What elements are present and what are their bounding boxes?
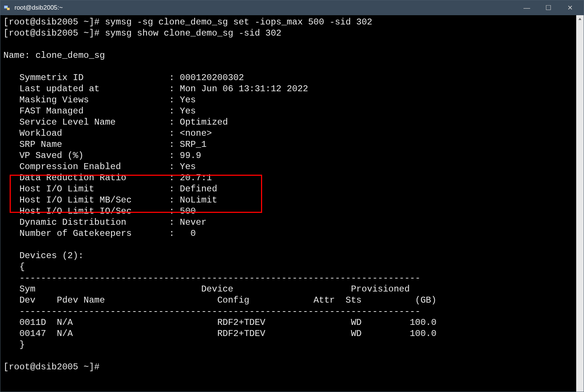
attr-label: SRP Name — [19, 139, 62, 149]
attr-label: FAST Managed — [19, 106, 84, 116]
attr-value: 99.9 — [180, 151, 201, 161]
command-text: symsg -sg clone_demo_sg set -iops_max 50… — [105, 17, 372, 27]
attr-value: NoLimit — [180, 195, 217, 205]
prompt: [root@dsib2005 ~]# — [3, 17, 99, 27]
table-header: Config — [217, 295, 249, 305]
separator-line: ----------------------------------------… — [19, 273, 420, 283]
attr-label: Host I/O Limit — [19, 184, 94, 194]
attr-label: Dynamic Distribution — [19, 217, 126, 227]
output-value: clone_demo_sg — [35, 50, 105, 60]
putty-icon — [3, 4, 11, 11]
attr-value: Never — [180, 217, 206, 227]
vertical-scrollbar[interactable] — [576, 15, 584, 392]
scroll-up-arrow-icon[interactable] — [577, 16, 583, 22]
attr-value: Yes — [180, 95, 196, 105]
maximize-button[interactable]: ☐ — [538, 0, 559, 15]
table-row: 00147 — [19, 329, 46, 339]
attr-label: Masking Views — [19, 95, 89, 105]
brace: } — [19, 340, 25, 350]
attr-value: Mon Jun 06 13:31:12 2022 — [180, 84, 308, 94]
cell-pdev: N/A — [57, 317, 73, 327]
table-header: Attr — [313, 295, 335, 305]
attr-value: SRP_1 — [180, 139, 206, 149]
cell-sts: WD — [351, 317, 362, 327]
attr-value: Yes — [180, 162, 196, 172]
attr-label: Host I/O Limit IO/Sec — [19, 206, 131, 216]
attr-label: Symmetrix ID — [19, 73, 84, 83]
cell-config: RDF2+TDEV — [217, 329, 265, 339]
attr-value: 000120200302 — [180, 73, 244, 83]
brace: { — [19, 262, 25, 272]
table-header: Pdev Name — [57, 295, 105, 305]
table-row: 0011D — [19, 317, 46, 327]
attr-label: Last updated at — [19, 84, 99, 94]
terminal-area: [root@dsib2005 ~]# symsg -sg clone_demo_… — [0, 15, 584, 392]
attr-value: 20.7:1 — [180, 173, 212, 183]
attr-label: Compression Enabled — [19, 162, 121, 172]
window-controls: — ☐ ✕ — [516, 0, 581, 15]
attr-value: Defined — [180, 184, 217, 194]
table-header: Sym — [19, 284, 35, 294]
table-header: Dev — [19, 295, 35, 305]
cell-pdev: N/A — [57, 329, 73, 339]
output-label: Name: — [3, 50, 30, 60]
window-title: root@dsib2005:~ — [14, 4, 516, 11]
cell-gb: 100.0 — [410, 317, 437, 327]
table-header: Sts — [346, 295, 362, 305]
attr-label: Data Reduction Ratio — [19, 173, 126, 183]
title-bar[interactable]: root@dsib2005:~ — ☐ ✕ — [0, 0, 584, 15]
cell-config: RDF2+TDEV — [217, 317, 265, 327]
attr-label: VP Saved (%) — [19, 151, 84, 161]
terminal-window: root@dsib2005:~ — ☐ ✕ [root@dsib2005 ~]#… — [0, 0, 584, 392]
table-header: Provisioned — [351, 284, 410, 294]
terminal-content[interactable]: [root@dsib2005 ~]# symsg -sg clone_demo_… — [0, 15, 576, 392]
command-text: symsg show clone_demo_sg -sid 302 — [105, 28, 281, 38]
cell-sts: WD — [351, 329, 362, 339]
attr-label: Host I/O Limit MB/Sec — [19, 195, 131, 205]
table-header: Device — [201, 284, 233, 294]
attr-label: Service Level Name — [19, 117, 115, 127]
attr-value: Optimized — [180, 117, 228, 127]
attr-value: <none> — [180, 128, 212, 138]
table-header: (GB) — [415, 295, 437, 305]
attr-value: Yes — [180, 106, 196, 116]
cell-gb: 100.0 — [410, 329, 437, 339]
minimize-button[interactable]: — — [516, 0, 538, 15]
attr-value: 500 — [180, 206, 196, 216]
attr-label: Number of Gatekeepers — [19, 228, 131, 238]
attr-value: 0 — [190, 228, 196, 238]
attr-label: Workload — [19, 128, 62, 138]
separator-line: ----------------------------------------… — [19, 306, 420, 316]
prompt: [root@dsib2005 ~]# — [3, 28, 99, 38]
prompt: [root@dsib2005 ~]# — [3, 362, 99, 372]
close-button[interactable]: ✕ — [559, 0, 581, 15]
section-header: Devices (2): — [19, 251, 84, 261]
